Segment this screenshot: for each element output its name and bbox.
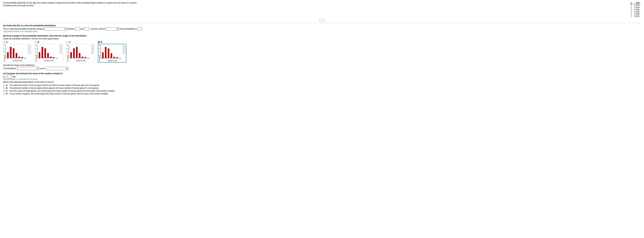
zoom-in-a[interactable]: 🔍 xyxy=(28,45,30,47)
bar-b-3 xyxy=(47,53,49,58)
graph-c-chart: 0.4 0.3 0.2 0.1 xyxy=(69,45,90,58)
part-c-section: (c) Compute and interpret the mean of th… xyxy=(3,72,641,95)
mean-input[interactable] xyxy=(7,75,12,78)
problem-text: In the probability distribution to the r… xyxy=(3,1,145,7)
graph-b-x-labels: 012345 xyxy=(38,58,58,59)
radio-d[interactable] xyxy=(98,41,100,43)
bar-a-3 xyxy=(16,53,17,58)
mean-label: μx = xyxy=(3,75,7,78)
expand-c[interactable]: ⤢ xyxy=(91,51,94,54)
bar-a-1 xyxy=(10,47,12,58)
graph-a-controls: 🔍 🔍 ⤢ xyxy=(28,45,30,54)
interp-letter-0: A. xyxy=(6,84,8,86)
zoom-in-c[interactable]: 🔍 xyxy=(91,45,94,47)
graph-b-controls: 🔍 🔍 ⤢ xyxy=(60,45,62,54)
table-row: 00.1679 xyxy=(630,4,641,6)
bar-d-5 xyxy=(116,57,118,58)
bar-c-5 xyxy=(84,57,86,58)
dots-button[interactable]: ..... xyxy=(319,19,324,22)
part-b-section: (b) Draw a graph of the probability dist… xyxy=(3,34,641,70)
graph-c-letter: C. xyxy=(69,41,71,43)
interp-text-0: The observed number of hits per game wil… xyxy=(10,84,100,86)
zoom-in-d[interactable]: 🔍 xyxy=(122,45,125,48)
part-a-section: (a) Verify that this is a discrete proba… xyxy=(3,24,641,32)
radio-interp-3[interactable] xyxy=(3,93,5,95)
table-row: 30.1484 xyxy=(630,10,641,13)
radio-interp-1[interactable] xyxy=(3,87,5,89)
table-row: 10.3348 xyxy=(630,6,641,8)
interp-option-c: C. Over the course of many games, one wo… xyxy=(3,90,641,92)
part-c-label: (c) Compute and interpret the mean of th… xyxy=(3,72,641,75)
graph-option-c: C. Probability 0.4 0.3 0.2 0.1 xyxy=(66,41,95,62)
graphs-row: A. Probability 0.4 0.3 0.2 0.1 xyxy=(3,41,641,62)
zoom-out-a[interactable]: 🔍 xyxy=(28,48,30,51)
table-row: 20.2869 xyxy=(630,8,641,10)
radio-interp-0[interactable] xyxy=(3,84,5,86)
radio-b[interactable] xyxy=(35,41,37,43)
graph-b-y-label: Probability xyxy=(36,45,37,61)
graph-d-controls: 🔍 🔍 ⤢ xyxy=(122,45,125,54)
graph-d-header: D. xyxy=(98,41,103,43)
graph-a-chart: 0.4 0.3 0.2 0.1 xyxy=(6,45,26,58)
graph-d-chart: 0.4 0.3 0.2 0.1 xyxy=(101,45,121,58)
dots-divider: ..... xyxy=(3,19,641,22)
graph-b-x-title: Number of Hits xyxy=(40,60,58,61)
bar-a-5 xyxy=(21,57,23,58)
bar-b-1 xyxy=(42,47,43,58)
graph-c-header: C. xyxy=(66,41,71,43)
bar-d-2 xyxy=(108,48,109,58)
period: . xyxy=(142,28,143,30)
bar-d-3 xyxy=(110,53,112,58)
lower-bound-input[interactable] xyxy=(75,27,80,30)
interp-letter-3: D. xyxy=(6,93,8,95)
radio-c[interactable] xyxy=(66,41,68,43)
and-is-text: and is xyxy=(40,67,45,70)
interp-option-b: B. The observed number of hits per game … xyxy=(3,87,641,89)
bar-c-2 xyxy=(76,47,78,58)
bar-c-1 xyxy=(73,48,75,58)
part-a-hint: (Type whole numbers. Use ascending order… xyxy=(3,30,641,32)
table-header-x: x xyxy=(630,1,633,4)
probability-table: x P(x) 00.167910.334820.286930.148440.03… xyxy=(630,1,641,17)
interp-option-d: D. In any number of games, one would exp… xyxy=(3,93,641,95)
graph-a-box: Probability 0.4 0.3 0.2 0.1 xyxy=(3,44,32,62)
dropdown-shape2[interactable]: unimodal bimodal multimodal xyxy=(46,67,68,70)
dropdown-distribution-type[interactable]: the sum the mean X is defined xyxy=(44,27,67,30)
graph-c-x-title: Number of Hits xyxy=(71,60,90,61)
inclusive-text: , inclusive, and the xyxy=(90,28,106,30)
dropdown-sum-or-mean[interactable]: sum mean xyxy=(106,27,119,30)
probability-sum-input[interactable] xyxy=(137,27,142,30)
graph-b-box: Probability 0.4 0.3 0.2 0.1 xyxy=(35,44,63,62)
interp-option-a: A. The observed number of hits per game … xyxy=(3,84,641,86)
graph-instruction: Graph the probability distribution. Choo… xyxy=(3,37,641,40)
table-row: 50.0234 xyxy=(630,15,641,17)
graph-c-x-labels: 012345 xyxy=(70,58,90,59)
zoom-out-c[interactable]: 🔍 xyxy=(91,48,94,51)
graph-option-d: D. Probability 0.4 0.3 0.2 0.1 xyxy=(98,41,126,62)
zoom-in-b[interactable]: 🔍 xyxy=(60,45,62,47)
expand-d[interactable]: ⤢ xyxy=(122,51,125,54)
bar-a-0 xyxy=(7,52,9,58)
upper-bound-input[interactable] xyxy=(84,27,89,30)
between-text: between xyxy=(67,28,74,30)
dropdown-shape1[interactable]: skewed left skewed right uniform bell-sh… xyxy=(17,67,39,70)
expand-a[interactable]: ⤢ xyxy=(28,51,30,54)
interp-label: Which of the following interpretations o… xyxy=(3,81,641,83)
mean-row: μx = hits xyxy=(3,75,641,78)
interp-letter-1: B. xyxy=(6,87,8,89)
graph-c-controls: 🔍 🔍 ⤢ xyxy=(91,45,94,54)
shape-sentence: The distribution xyxy=(3,67,16,70)
bar-d-4 xyxy=(114,57,115,58)
zoom-out-b[interactable]: 🔍 xyxy=(60,48,62,51)
interp-text-1: The observed number of hits per game wil… xyxy=(10,87,99,89)
bar-a-2 xyxy=(13,48,14,58)
expand-b[interactable]: ⤢ xyxy=(60,51,62,54)
graph-b-header: B. xyxy=(35,41,40,43)
radio-interp-2[interactable] xyxy=(3,90,5,92)
top-bar: In the probability distribution to the r… xyxy=(3,1,641,17)
mean-unit: hits xyxy=(13,76,16,78)
graph-c-box: Probability 0.4 0.3 0.2 0.1 xyxy=(66,44,95,62)
radio-a[interactable] xyxy=(3,41,5,43)
part-a-row: This is a discrete probability distribut… xyxy=(3,27,641,30)
zoom-out-d[interactable]: 🔍 xyxy=(122,48,125,51)
